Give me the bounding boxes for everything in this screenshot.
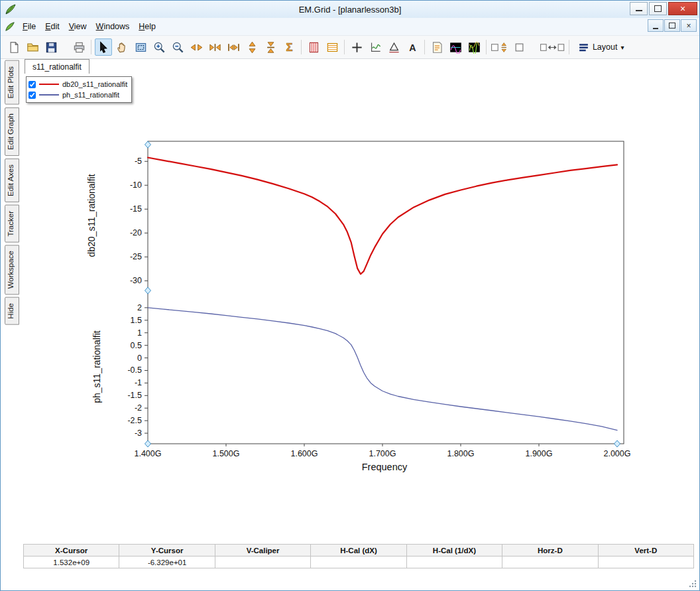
expand-y-button[interactable] [243,38,261,56]
pan-hand-icon [116,41,129,54]
minimize-icon [636,10,642,11]
new-file-button[interactable] [5,38,23,56]
menu-item-help[interactable]: Help [134,19,160,34]
y-tick-label: 1.5 [131,316,142,325]
tracker-tool-icon [369,41,382,54]
minimize-button[interactable] [630,2,648,15]
axis-handle-diamond[interactable] [145,141,151,148]
select-arrow-icon [97,41,110,54]
delta-marker-icon [388,41,400,54]
db20_s11_rationalfit-curve [148,158,617,275]
layout-menu-button[interactable]: Layout▾ [573,38,630,56]
expand-y-icon [246,41,259,54]
mdi-buttons: × [647,19,697,32]
print-button[interactable] [70,38,88,56]
pan-hand-button[interactable] [113,38,131,56]
legend-checkbox-0[interactable] [29,81,36,88]
zoom-out-button[interactable] [169,38,186,56]
text-tool-button[interactable]: A [404,38,421,56]
add-marker-icon [351,41,363,54]
menu-item-file[interactable]: File [18,19,40,34]
status-value-6 [599,557,694,568]
status-header-h-cal-dx-: H-Cal (dX) [311,545,406,557]
zoom-out-icon [172,41,184,54]
single-frame-button[interactable] [511,38,528,56]
document-logo-icon [5,21,15,32]
mdi-close-icon: × [686,21,691,31]
toolbar-separator [569,40,569,54]
fit-x-button[interactable] [225,38,242,56]
toolbar-separator [424,40,425,54]
dark-plot-1-button[interactable] [447,38,464,56]
menu-item-windows[interactable]: Windows [91,19,135,34]
select-arrow-button[interactable] [95,38,112,56]
tracker-tool-button[interactable] [367,38,384,56]
y-tick-label: -15 [130,204,142,214]
notes-icon [431,41,443,54]
document-tab[interactable]: s11_rationalfit [25,59,89,74]
delta-marker-button[interactable] [385,38,402,56]
dark-plot-2-icon [468,41,481,54]
y-axis-label-0: db20_s11_rationalfit [86,174,97,257]
layout-menu-label: Layout [593,42,618,52]
ph_s11_rationalfit-curve [148,308,617,430]
split-horizontal-button[interactable] [539,38,565,56]
legend-line-sample [39,84,59,85]
legend-checkbox-1[interactable] [29,92,36,99]
split-vertical-button[interactable] [490,38,510,56]
title-bar: EM.Grid - [planarlesson3b] × [1,1,699,18]
status-header-y-cursor: Y-Cursor [119,545,215,557]
notes-button[interactable] [428,38,445,56]
resize-grip-icon[interactable] [688,579,697,588]
zoom-window-button[interactable] [132,38,149,56]
sidebar-tab-edit-axes[interactable]: Edit Axes [5,159,19,202]
menu-item-view[interactable]: View [64,19,91,34]
close-button[interactable]: × [668,2,697,15]
split-horizontal-icon [540,42,565,53]
open-file-button[interactable] [24,38,41,56]
vertical-marker-button[interactable] [305,38,322,56]
status-bar: X-CursorY-CursorV-CaliperH-Cal (dX)H-Cal… [23,544,694,568]
horizontal-marker-button[interactable] [323,38,341,56]
plot-legend: db20_s11_rationalfitph_s11_rationalfit [26,76,132,103]
menu-items: FileEditViewWindowsHelp [18,19,160,34]
y-tick-label: -5 [135,157,142,166]
toolbar-separator [486,40,487,54]
maximize-button[interactable] [649,2,667,15]
save-button[interactable] [42,38,60,56]
autoscale-button[interactable]: Σ [280,38,298,56]
mdi-close-button[interactable]: × [681,19,697,32]
zoom-in-button[interactable] [150,38,168,56]
sidebar-tab-edit-graph[interactable]: Edit Graph [5,107,19,156]
status-header-horz-d: Horz-D [502,545,598,557]
expand-x-button[interactable] [188,38,205,56]
sidebar-tab-tracker[interactable]: Tracker [5,205,19,243]
menu-item-edit[interactable]: Edit [40,19,64,34]
open-file-icon [27,41,39,54]
mdi-minimize-button[interactable] [648,19,664,32]
add-marker-button[interactable] [348,38,365,56]
y-tick-label: 0 [137,354,142,363]
mdi-restore-button[interactable] [664,19,680,32]
compress-y-button[interactable] [262,38,279,56]
axis-handle-diamond[interactable] [145,440,151,447]
autoscale-icon: Σ [283,41,296,54]
sidebar-tab-hide[interactable]: Hide [5,297,19,325]
close-icon: × [680,3,685,14]
compress-x-button[interactable] [206,38,223,56]
x-tick-label: 1.400G [134,449,161,458]
sidebar-tab-workspace[interactable]: Workspace [5,245,19,295]
plot-frame [148,141,624,444]
layout-dropdown-arrow-icon: ▾ [620,44,624,51]
y-tick-label: 1 [137,328,142,338]
dark-plot-2-button[interactable] [465,38,483,56]
status-value-2 [215,557,311,568]
x-tick-label: 1.500G [212,449,239,458]
app-logo-icon [5,3,17,15]
axis-handle-diamond[interactable] [145,287,151,294]
axis-handle-diamond[interactable] [614,440,620,447]
y-tick-label: -30 [130,276,142,285]
caption-buttons: × [630,2,697,15]
sidebar-tab-edit-plots[interactable]: Edit Plots [5,60,19,105]
chart-canvas[interactable]: 1.400G1.500G1.600G1.700G1.800G1.900G2.00… [21,59,695,543]
